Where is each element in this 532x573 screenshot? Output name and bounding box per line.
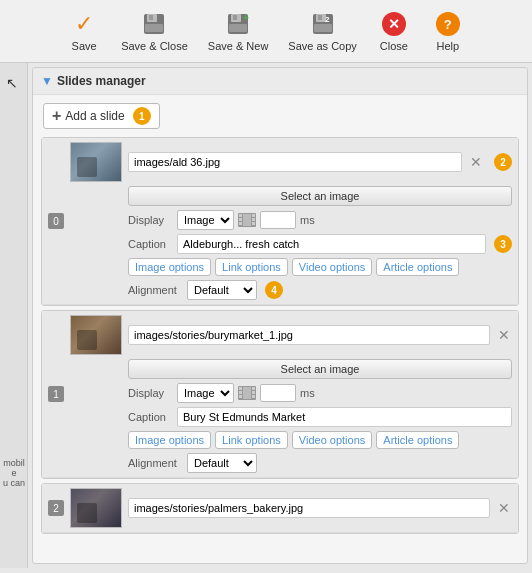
caption-input-1[interactable] [177,407,512,427]
caption-label-1: Caption [128,411,173,423]
select-image-row-1: Select an image [128,359,512,379]
slide-header-0: 0 ✕ 2 Select an image [42,138,518,305]
save-copy-icon: 2 [309,10,337,38]
badge-2: 2 [494,153,512,171]
select-image-row-0: Select an image [128,186,512,206]
display-row-0: Display Image [128,210,512,230]
link-options-tab-0[interactable]: Link options [215,258,288,276]
display-label-1: Display [128,387,173,399]
left-sidebar: ↖ mobile u can [0,63,28,568]
display-select-1[interactable]: Image [177,383,234,403]
article-options-label-1: Article options [383,434,452,446]
display-label-0: Display [128,214,173,226]
svg-rect-25 [239,395,242,398]
filename-input-1[interactable] [128,325,490,345]
save-copy-button[interactable]: 2 Save as Copy [280,6,364,56]
add-slide-button[interactable]: + Add a slide 1 [43,103,160,129]
sidebar-text: mobile u can [2,458,26,488]
caption-row-0: Caption 3 [128,234,512,254]
image-options-tab-0[interactable]: Image options [128,258,211,276]
alignment-select-0[interactable]: Default [187,280,257,300]
alignment-label-1: Alignment [128,457,183,469]
slide-number-0: 0 [48,213,64,229]
slide-filename-row-2: ✕ [70,488,512,528]
slide-thumbnail-2 [70,488,122,528]
select-image-label-1: Select an image [281,363,360,375]
badge-3: 3 [494,235,512,253]
close-slide-1[interactable]: ✕ [496,327,512,343]
alignment-select-1[interactable]: Default [187,453,257,473]
badge-4: 4 [265,281,283,299]
save-label: Save [72,40,97,52]
caption-row-1: Caption [128,407,512,427]
options-row-1: Image options Link options Video options… [128,431,512,449]
slide-item-1: 1 ✕ Select an image [41,310,519,479]
slide-filename-row-0: ✕ 2 [70,142,512,182]
svg-rect-27 [252,387,255,390]
svg-rect-16 [239,218,242,221]
display-select-0[interactable]: Image [177,210,234,230]
save-close-label: Save & Close [121,40,188,52]
video-options-tab-0[interactable]: Video options [292,258,372,276]
image-options-label-0: Image options [135,261,204,273]
select-image-button-1[interactable]: Select an image [128,359,512,379]
link-options-tab-1[interactable]: Link options [215,431,288,449]
help-icon: ? [434,10,462,38]
save-new-button[interactable]: + Save & New [200,6,277,56]
image-options-label-1: Image options [135,434,204,446]
display-row-1: Display Image [128,383,512,403]
save-icon: ✓ [70,10,98,38]
main-content: ↖ mobile u can ▼ Slides manager + Add a … [0,63,532,568]
video-options-tab-1[interactable]: Video options [292,431,372,449]
ms-input-1[interactable] [260,384,296,402]
ms-input-0[interactable] [260,211,296,229]
film-icon-0 [238,213,256,227]
alignment-row-1: Alignment Default [128,453,512,473]
ms-label-0: ms [300,214,315,226]
slide-item-2: 2 ✕ [41,483,519,534]
svg-rect-26 [243,387,251,399]
filename-input-2[interactable] [128,498,490,518]
help-button[interactable]: ? Help [423,6,473,56]
close-slide-2[interactable]: ✕ [496,500,512,516]
save-button[interactable]: ✓ Save [59,6,109,56]
select-image-button-0[interactable]: Select an image [128,186,512,206]
save-new-label: Save & New [208,40,269,52]
save-close-icon [140,10,168,38]
svg-rect-20 [252,218,255,221]
svg-rect-12 [314,24,332,32]
panel-title: Slides manager [57,74,146,88]
slide-number-1: 1 [48,386,64,402]
slide-filename-row-1: ✕ [70,315,512,355]
save-close-button[interactable]: Save & Close [113,6,196,56]
slide-item-0: 0 ✕ 2 Select an image [41,137,519,306]
svg-rect-21 [252,222,255,225]
close-label: Close [380,40,408,52]
article-options-tab-1[interactable]: Article options [376,431,459,449]
slide-header-1: 1 ✕ Select an image [42,311,518,478]
close-slide-0[interactable]: ✕ [468,154,484,170]
slide-number-2: 2 [48,500,64,516]
caption-input-0[interactable] [177,234,486,254]
svg-rect-28 [252,391,255,394]
svg-rect-3 [145,24,163,32]
filename-input-0[interactable] [128,152,462,172]
badge-1: 1 [133,107,151,125]
slides-panel: ▼ Slides manager + Add a slide 1 0 [32,67,528,564]
image-options-tab-1[interactable]: Image options [128,431,211,449]
help-label: Help [437,40,460,52]
ms-label-1: ms [300,387,315,399]
article-options-tab-0[interactable]: Article options [376,258,459,276]
alignment-row-0: Alignment Default 4 [128,280,512,300]
plus-icon: + [52,107,61,125]
close-button[interactable]: ✕ Close [369,6,419,56]
svg-rect-17 [239,222,242,225]
slide-thumbnail-0 [70,142,122,182]
close-icon: ✕ [380,10,408,38]
svg-rect-11 [318,15,322,20]
caption-label-0: Caption [128,238,173,250]
svg-rect-24 [239,391,242,394]
svg-text:+: + [243,12,249,23]
toolbar: ✓ Save Save & Close + Save & New [0,0,532,63]
svg-rect-15 [239,214,242,217]
